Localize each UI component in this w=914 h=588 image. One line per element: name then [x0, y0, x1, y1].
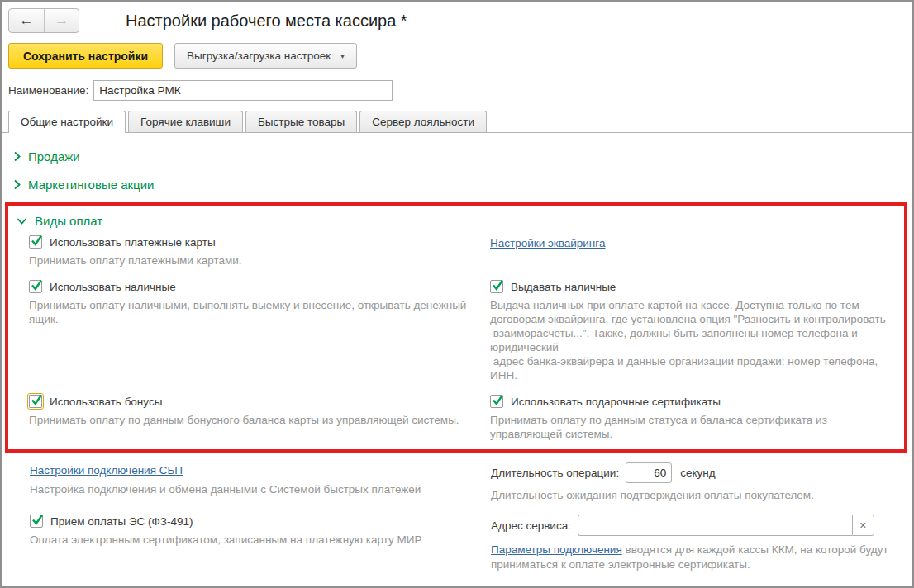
- use-cash-cell: Использовать наличные Принимать оплату н…: [29, 280, 475, 382]
- checkbox-checked-icon[interactable]: [29, 235, 42, 249]
- use-cards-checkbox[interactable]: Использовать платежные карты: [29, 235, 475, 249]
- section-payment-types[interactable]: Виды оплат: [17, 211, 897, 230]
- forward-arrow-icon: →: [55, 12, 69, 28]
- es-cell: Прием оплаты ЭС (ФЗ-491) Оплата электрон…: [30, 514, 476, 572]
- cash-out-cell: Выдавать наличные Выдача наличных при оп…: [490, 280, 897, 382]
- forward-button[interactable]: →: [44, 9, 79, 32]
- toolbar: Сохранить настройки Выгрузка/загрузка на…: [2, 43, 912, 69]
- tab-quick-goods[interactable]: Быстрые товары: [245, 111, 357, 132]
- service-address-input[interactable]: [578, 514, 852, 536]
- use-gift-certificates-desc: Принимать оплату по данным статуса и бал…: [490, 413, 897, 441]
- tab-loyalty-server[interactable]: Сервер лояльности: [359, 111, 487, 132]
- close-icon: ×: [859, 519, 866, 532]
- duration-unit: секунд: [680, 467, 715, 479]
- acquiring-settings-link[interactable]: Настройки эквайринга: [490, 237, 605, 249]
- export-import-settings-button[interactable]: Выгрузка/загрузка настроек ▾: [174, 43, 357, 69]
- use-cash-checkbox[interactable]: Использовать наличные: [29, 280, 475, 293]
- clear-button[interactable]: ×: [852, 514, 874, 536]
- connection-params-text: Параметры подключения вводятся для каждо…: [491, 543, 901, 572]
- es-payment-label: Прием оплаты ЭС (ФЗ-491): [50, 515, 193, 528]
- sbp-cell: Настройки подключения СБП Настройка подк…: [30, 462, 476, 502]
- cash-out-label: Выдавать наличные: [511, 281, 616, 293]
- use-bonus-label: Использовать бонусы: [50, 396, 162, 408]
- back-arrow-icon: ←: [20, 12, 34, 28]
- checkbox-checked-focused-icon[interactable]: [29, 395, 42, 408]
- cash-out-desc: Выдача наличных при оплате картой на кас…: [490, 298, 897, 382]
- sbp-connection-settings-link[interactable]: Настройки подключения СБП: [30, 464, 183, 477]
- checkbox-checked-icon[interactable]: [30, 514, 43, 528]
- service-address-label: Адрес сервиса:: [491, 519, 571, 532]
- service-address-row: Адрес сервиса: ×: [491, 514, 901, 536]
- es-payment-desc: Оплата электронным сертификатом, записан…: [30, 533, 476, 547]
- chevron-down-icon: ▾: [340, 52, 345, 60]
- nav-button-group: ← →: [8, 8, 79, 33]
- use-cash-desc: Принимать оплату наличными, выполнять вы…: [29, 298, 475, 326]
- settings-window: ← → Настройки рабочего места кассира * С…: [0, 0, 914, 588]
- use-cards-cell: Использовать платежные карты Принимать о…: [29, 235, 475, 268]
- cash-out-checkbox[interactable]: Выдавать наличные: [490, 280, 897, 293]
- use-bonus-desc: Принимать оплату по данным бонусного бал…: [29, 413, 475, 427]
- tab-content: Продажи Маркетинговые акции Виды оплат И…: [2, 133, 912, 572]
- chevron-down-icon: [17, 217, 27, 225]
- tab-hotkeys[interactable]: Горячие клавиши: [128, 111, 243, 132]
- use-cash-label: Использовать наличные: [50, 281, 176, 293]
- name-label: Наименование:: [8, 84, 88, 97]
- payment-types-grid: Использовать платежные карты Принимать о…: [29, 235, 897, 441]
- save-settings-button[interactable]: Сохранить настройки: [8, 43, 163, 69]
- checkbox-checked-icon[interactable]: [490, 395, 503, 408]
- use-gift-cell: Использовать подарочные сертификаты Прин…: [490, 395, 897, 441]
- sbp-desc: Настройка подключения и обмена данными с…: [30, 482, 476, 496]
- tab-general-settings[interactable]: Общие настройки: [8, 111, 126, 133]
- duration-input[interactable]: [626, 462, 672, 483]
- section-payment-types-label: Виды оплат: [35, 214, 102, 228]
- duration-desc: Длительность ожидания подтверждения опла…: [491, 488, 901, 502]
- use-cards-desc: Принимать оплату платежными картами.: [29, 254, 475, 268]
- chevron-right-icon: [13, 179, 21, 190]
- tab-bar: Общие настройки Горячие клавиши Быстрые …: [2, 111, 912, 133]
- section-marketing[interactable]: Маркетинговые акции: [13, 174, 907, 194]
- section-sales-label: Продажи: [28, 149, 80, 164]
- checkbox-checked-icon[interactable]: [490, 280, 503, 293]
- payment-types-highlight-box: Виды оплат Использовать платежные карты …: [5, 202, 907, 453]
- name-input[interactable]: [93, 80, 393, 101]
- use-gift-certificates-checkbox[interactable]: Использовать подарочные сертификаты: [490, 395, 897, 408]
- use-gift-certificates-label: Использовать подарочные сертификаты: [511, 396, 721, 408]
- top-bar: ← → Настройки рабочего места кассира *: [2, 2, 912, 33]
- duration-cell: Длительность операции: секунд Длительнос…: [491, 462, 901, 502]
- duration-label: Длительность операции:: [491, 467, 619, 479]
- page-title: Настройки рабочего места кассира *: [126, 12, 407, 31]
- name-row: Наименование:: [2, 80, 912, 101]
- lower-settings-grid: Настройки подключения СБП Настройка подк…: [30, 462, 907, 572]
- checkbox-checked-icon[interactable]: [29, 280, 42, 293]
- service-address-group: ×: [578, 514, 874, 536]
- export-import-label: Выгрузка/загрузка настроек: [187, 50, 331, 62]
- use-cards-label: Использовать платежные карты: [50, 236, 216, 249]
- section-sales[interactable]: Продажи: [13, 146, 907, 166]
- service-address-cell: Адрес сервиса: × Параметры подключения в…: [491, 514, 901, 572]
- use-bonus-checkbox[interactable]: Использовать бонусы: [29, 395, 475, 408]
- back-button[interactable]: ←: [9, 9, 44, 32]
- acquiring-cell: Настройки эквайринга: [490, 235, 897, 268]
- use-bonus-cell: Использовать бонусы Принимать оплату по …: [29, 395, 475, 441]
- connection-params-link[interactable]: Параметры подключения: [491, 543, 622, 556]
- es-payment-checkbox[interactable]: Прием оплаты ЭС (ФЗ-491): [30, 514, 476, 528]
- chevron-right-icon: [13, 151, 21, 162]
- duration-field-row: Длительность операции: секунд: [491, 462, 901, 483]
- section-marketing-label: Маркетинговые акции: [28, 178, 154, 192]
